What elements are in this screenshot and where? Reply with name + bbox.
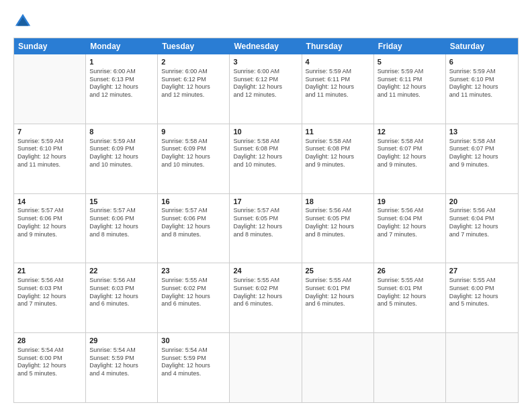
week-row-2: 7Sunrise: 5:59 AM Sunset: 6:10 PM Daylig… bbox=[14, 124, 518, 194]
day-cell-22: 22Sunrise: 5:56 AM Sunset: 6:03 PM Dayli… bbox=[86, 263, 158, 332]
day-info: Sunrise: 5:55 AM Sunset: 6:01 PM Dayligh… bbox=[306, 277, 370, 308]
day-cell-1: 1Sunrise: 6:00 AM Sunset: 6:13 PM Daylig… bbox=[86, 54, 158, 124]
day-info: Sunrise: 5:58 AM Sunset: 6:09 PM Dayligh… bbox=[161, 138, 226, 169]
day-number: 20 bbox=[449, 197, 515, 207]
day-cell-17: 17Sunrise: 5:57 AM Sunset: 6:05 PM Dayli… bbox=[230, 194, 302, 263]
empty-cell bbox=[230, 333, 302, 402]
day-info: Sunrise: 6:00 AM Sunset: 6:13 PM Dayligh… bbox=[89, 68, 154, 99]
day-number: 7 bbox=[17, 127, 82, 137]
empty-cell bbox=[446, 333, 518, 402]
day-number: 12 bbox=[378, 127, 442, 137]
day-info: Sunrise: 5:56 AM Sunset: 6:05 PM Dayligh… bbox=[306, 207, 370, 238]
day-info: Sunrise: 6:00 AM Sunset: 6:12 PM Dayligh… bbox=[161, 68, 226, 99]
day-number: 22 bbox=[89, 266, 154, 276]
day-cell-3: 3Sunrise: 6:00 AM Sunset: 6:12 PM Daylig… bbox=[230, 54, 302, 124]
day-cell-8: 8Sunrise: 5:59 AM Sunset: 6:09 PM Daylig… bbox=[86, 124, 158, 193]
day-cell-5: 5Sunrise: 5:59 AM Sunset: 6:11 PM Daylig… bbox=[374, 54, 446, 124]
day-info: Sunrise: 5:55 AM Sunset: 6:00 PM Dayligh… bbox=[449, 277, 515, 308]
logo-icon bbox=[13, 12, 32, 31]
day-cell-27: 27Sunrise: 5:55 AM Sunset: 6:00 PM Dayli… bbox=[446, 263, 518, 332]
header-day-wednesday: Wednesday bbox=[230, 38, 302, 54]
day-info: Sunrise: 5:57 AM Sunset: 6:06 PM Dayligh… bbox=[17, 207, 82, 238]
empty-cell bbox=[14, 54, 86, 124]
day-cell-21: 21Sunrise: 5:56 AM Sunset: 6:03 PM Dayli… bbox=[14, 263, 86, 332]
header bbox=[13, 12, 519, 31]
day-number: 2 bbox=[161, 57, 226, 67]
day-info: Sunrise: 5:56 AM Sunset: 6:03 PM Dayligh… bbox=[17, 277, 82, 308]
day-info: Sunrise: 5:57 AM Sunset: 6:05 PM Dayligh… bbox=[233, 207, 298, 238]
day-number: 19 bbox=[378, 197, 442, 207]
day-cell-30: 30Sunrise: 5:54 AM Sunset: 5:59 PM Dayli… bbox=[158, 333, 230, 402]
day-number: 8 bbox=[89, 127, 154, 137]
day-info: Sunrise: 5:58 AM Sunset: 6:08 PM Dayligh… bbox=[233, 138, 298, 169]
header-day-saturday: Saturday bbox=[446, 38, 518, 54]
day-number: 6 bbox=[449, 57, 515, 67]
day-info: Sunrise: 5:59 AM Sunset: 6:09 PM Dayligh… bbox=[89, 138, 154, 169]
day-cell-15: 15Sunrise: 5:57 AM Sunset: 6:06 PM Dayli… bbox=[86, 194, 158, 263]
empty-cell bbox=[302, 333, 374, 402]
page: SundayMondayTuesdayWednesdayThursdayFrid… bbox=[0, 0, 532, 411]
day-number: 25 bbox=[306, 266, 370, 276]
day-info: Sunrise: 5:57 AM Sunset: 6:06 PM Dayligh… bbox=[161, 207, 226, 238]
day-number: 10 bbox=[233, 127, 298, 137]
day-number: 28 bbox=[17, 336, 82, 346]
day-cell-6: 6Sunrise: 5:59 AM Sunset: 6:10 PM Daylig… bbox=[446, 54, 518, 124]
day-number: 13 bbox=[449, 127, 515, 137]
day-info: Sunrise: 5:59 AM Sunset: 6:10 PM Dayligh… bbox=[449, 68, 515, 99]
day-number: 4 bbox=[306, 57, 370, 67]
header-day-sunday: Sunday bbox=[14, 38, 86, 54]
day-info: Sunrise: 5:54 AM Sunset: 5:59 PM Dayligh… bbox=[161, 347, 226, 378]
day-number: 21 bbox=[17, 266, 82, 276]
day-info: Sunrise: 5:54 AM Sunset: 5:59 PM Dayligh… bbox=[89, 347, 154, 378]
day-number: 17 bbox=[233, 197, 298, 207]
day-cell-13: 13Sunrise: 5:58 AM Sunset: 6:07 PM Dayli… bbox=[446, 124, 518, 193]
logo bbox=[13, 12, 35, 31]
day-cell-23: 23Sunrise: 5:55 AM Sunset: 6:02 PM Dayli… bbox=[158, 263, 230, 332]
week-row-5: 28Sunrise: 5:54 AM Sunset: 6:00 PM Dayli… bbox=[14, 333, 518, 402]
day-number: 26 bbox=[378, 266, 442, 276]
day-cell-20: 20Sunrise: 5:56 AM Sunset: 6:04 PM Dayli… bbox=[446, 194, 518, 263]
day-info: Sunrise: 5:59 AM Sunset: 6:11 PM Dayligh… bbox=[378, 68, 442, 99]
day-info: Sunrise: 5:54 AM Sunset: 6:00 PM Dayligh… bbox=[17, 347, 82, 378]
header-day-monday: Monday bbox=[86, 38, 158, 54]
day-cell-25: 25Sunrise: 5:55 AM Sunset: 6:01 PM Dayli… bbox=[302, 263, 374, 332]
day-info: Sunrise: 5:55 AM Sunset: 6:02 PM Dayligh… bbox=[161, 277, 226, 308]
week-row-4: 21Sunrise: 5:56 AM Sunset: 6:03 PM Dayli… bbox=[14, 263, 518, 333]
week-row-3: 14Sunrise: 5:57 AM Sunset: 6:06 PM Dayli… bbox=[14, 194, 518, 264]
day-cell-2: 2Sunrise: 6:00 AM Sunset: 6:12 PM Daylig… bbox=[158, 54, 230, 124]
day-info: Sunrise: 5:55 AM Sunset: 6:01 PM Dayligh… bbox=[378, 277, 442, 308]
day-info: Sunrise: 5:56 AM Sunset: 6:04 PM Dayligh… bbox=[449, 207, 515, 238]
day-cell-10: 10Sunrise: 5:58 AM Sunset: 6:08 PM Dayli… bbox=[230, 124, 302, 193]
calendar-body: 1Sunrise: 6:00 AM Sunset: 6:13 PM Daylig… bbox=[14, 54, 518, 402]
empty-cell bbox=[374, 333, 446, 402]
day-number: 27 bbox=[449, 266, 515, 276]
day-number: 15 bbox=[89, 197, 154, 207]
day-number: 3 bbox=[233, 57, 298, 67]
day-info: Sunrise: 6:00 AM Sunset: 6:12 PM Dayligh… bbox=[233, 68, 298, 99]
day-cell-26: 26Sunrise: 5:55 AM Sunset: 6:01 PM Dayli… bbox=[374, 263, 446, 332]
day-cell-11: 11Sunrise: 5:58 AM Sunset: 6:08 PM Dayli… bbox=[302, 124, 374, 193]
day-cell-14: 14Sunrise: 5:57 AM Sunset: 6:06 PM Dayli… bbox=[14, 194, 86, 263]
day-info: Sunrise: 5:57 AM Sunset: 6:06 PM Dayligh… bbox=[89, 207, 154, 238]
day-number: 24 bbox=[233, 266, 298, 276]
day-number: 16 bbox=[161, 197, 226, 207]
day-cell-29: 29Sunrise: 5:54 AM Sunset: 5:59 PM Dayli… bbox=[86, 333, 158, 402]
day-number: 11 bbox=[306, 127, 370, 137]
day-number: 18 bbox=[306, 197, 370, 207]
day-info: Sunrise: 5:58 AM Sunset: 6:07 PM Dayligh… bbox=[378, 138, 442, 169]
header-day-friday: Friday bbox=[374, 38, 446, 54]
day-info: Sunrise: 5:58 AM Sunset: 6:08 PM Dayligh… bbox=[306, 138, 370, 169]
day-info: Sunrise: 5:59 AM Sunset: 6:11 PM Dayligh… bbox=[306, 68, 370, 99]
day-number: 14 bbox=[17, 197, 82, 207]
day-cell-12: 12Sunrise: 5:58 AM Sunset: 6:07 PM Dayli… bbox=[374, 124, 446, 193]
week-row-1: 1Sunrise: 6:00 AM Sunset: 6:13 PM Daylig… bbox=[14, 54, 518, 124]
day-cell-9: 9Sunrise: 5:58 AM Sunset: 6:09 PM Daylig… bbox=[158, 124, 230, 193]
header-day-tuesday: Tuesday bbox=[158, 38, 230, 54]
day-info: Sunrise: 5:55 AM Sunset: 6:02 PM Dayligh… bbox=[233, 277, 298, 308]
calendar: SundayMondayTuesdayWednesdayThursdayFrid… bbox=[13, 38, 519, 403]
day-cell-4: 4Sunrise: 5:59 AM Sunset: 6:11 PM Daylig… bbox=[302, 54, 374, 124]
calendar-header: SundayMondayTuesdayWednesdayThursdayFrid… bbox=[14, 38, 518, 54]
day-info: Sunrise: 5:59 AM Sunset: 6:10 PM Dayligh… bbox=[17, 138, 82, 169]
header-day-thursday: Thursday bbox=[302, 38, 374, 54]
day-number: 23 bbox=[161, 266, 226, 276]
